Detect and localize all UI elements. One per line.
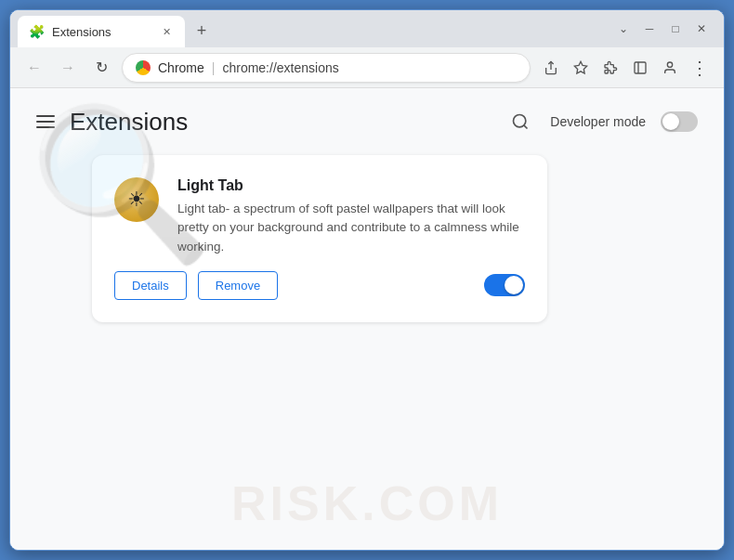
reload-button[interactable]: ↻	[88, 55, 114, 81]
extension-top: ☀ Light Tab Light tab- a spectrum of sof…	[114, 177, 525, 256]
chevron-down-icon[interactable]: ⌄	[616, 21, 631, 36]
menu-icon[interactable]: ⋮	[687, 55, 713, 81]
header-right: Developer mode	[505, 107, 698, 137]
page-title: Extensions	[70, 108, 188, 137]
svg-point-4	[667, 62, 672, 67]
extensions-puzzle-icon[interactable]	[597, 55, 623, 81]
svg-marker-1	[574, 61, 586, 73]
developer-mode-label: Developer mode	[550, 114, 646, 129]
new-tab-button[interactable]: +	[189, 18, 215, 44]
chrome-label: Chrome	[158, 60, 204, 75]
extension-description: Light tab- a spectrum of soft pastel wal…	[177, 200, 525, 256]
bookmark-icon[interactable]	[568, 55, 594, 81]
tab-puzzle-icon: 🧩	[29, 24, 45, 39]
title-bar: 🧩 Extensions ✕ + ⌄ ─ □ ✕	[10, 10, 724, 47]
minimize-button[interactable]: ─	[642, 21, 657, 36]
address-bar[interactable]: Chrome | chrome://extensions	[122, 53, 531, 83]
extension-buttons: Details Remove	[114, 271, 278, 300]
search-button[interactable]	[505, 107, 535, 137]
forward-button[interactable]: →	[55, 55, 81, 81]
details-button[interactable]: Details	[114, 271, 187, 300]
profile-icon[interactable]	[657, 55, 683, 81]
window-controls: ⌄ ─ □ ✕	[616, 21, 716, 36]
tab-title: Extensions	[52, 25, 151, 39]
tab-close-btn[interactable]: ✕	[159, 24, 174, 39]
remove-button[interactable]: Remove	[198, 271, 278, 300]
developer-mode-toggle[interactable]	[661, 111, 698, 132]
extensions-list: ☀ Light Tab Light tab- a spectrum of sof…	[10, 146, 724, 332]
sun-icon: ☀	[127, 188, 146, 212]
svg-rect-2	[635, 62, 646, 73]
title-group: Extensions	[36, 108, 188, 137]
extension-enabled-toggle[interactable]	[484, 274, 525, 296]
sidebar-icon[interactable]	[627, 55, 653, 81]
extension-name: Light Tab	[177, 177, 525, 194]
address-url: chrome://extensions	[222, 60, 338, 75]
extension-icon: ☀	[114, 177, 159, 222]
hamburger-menu-button[interactable]	[36, 115, 55, 128]
toolbar: ← → ↻ Chrome | chrome://extensions	[10, 47, 724, 88]
active-tab[interactable]: 🧩 Extensions ✕	[18, 16, 185, 47]
extension-actions: Details Remove	[114, 271, 525, 300]
extensions-header: Extensions Developer mode	[10, 88, 724, 146]
address-separator: |	[212, 60, 216, 75]
share-icon[interactable]	[538, 55, 564, 81]
extension-card: ☀ Light Tab Light tab- a spectrum of sof…	[92, 155, 547, 322]
toolbar-icons: ⋮	[538, 55, 713, 81]
watermark-text: RISK.COM	[231, 475, 503, 531]
browser-window: 🧩 Extensions ✕ + ⌄ ─ □ ✕ ← → ↻ Chrome | …	[9, 9, 725, 551]
maximize-button[interactable]: □	[668, 21, 683, 36]
page-content: 🔍 Extensions Developer mode	[10, 88, 724, 550]
back-button[interactable]: ←	[21, 55, 47, 81]
chrome-logo-icon	[136, 60, 151, 75]
svg-line-6	[524, 125, 528, 129]
window-close-button[interactable]: ✕	[694, 21, 709, 36]
extension-info: Light Tab Light tab- a spectrum of soft …	[177, 177, 525, 256]
svg-point-5	[514, 115, 526, 127]
